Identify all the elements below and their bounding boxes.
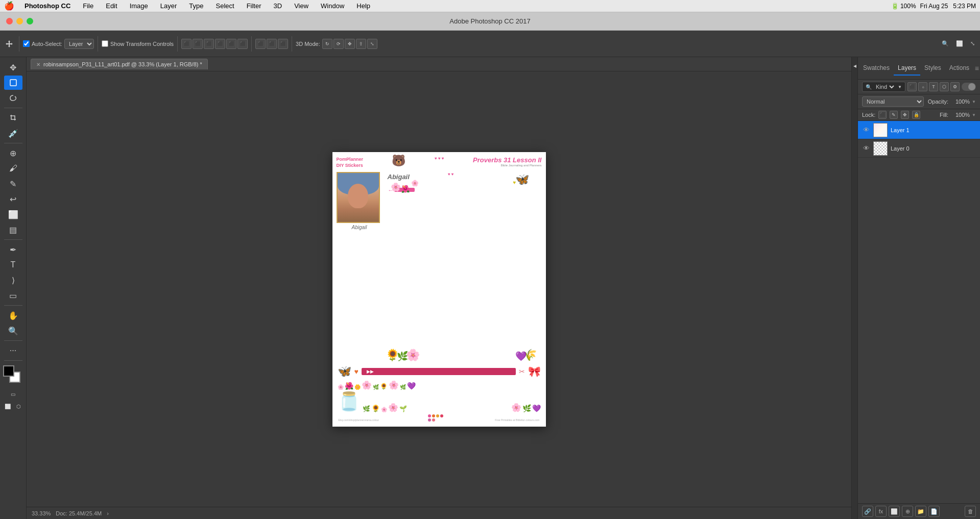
pen-tool[interactable]: ✒ xyxy=(4,242,22,257)
align-center-icon[interactable]: ⬛ xyxy=(193,39,203,49)
3d-scale-icon[interactable]: ⤡ xyxy=(367,39,377,49)
crop-tool[interactable] xyxy=(4,111,22,125)
path-tool[interactable]: ⟩ xyxy=(4,273,22,287)
close-button[interactable] xyxy=(6,18,13,24)
quick-mask-btn[interactable]: ▭ xyxy=(6,389,21,399)
eraser-tool[interactable]: ⬜ xyxy=(4,207,22,221)
panel-collapse-btn[interactable]: ◂ xyxy=(851,57,857,519)
auto-select-checkbox[interactable] xyxy=(23,40,30,47)
transform-controls-label[interactable]: Show Transform Controls xyxy=(102,40,174,47)
separator-3 xyxy=(177,36,178,52)
menu-app-name[interactable]: Photoshop CC xyxy=(22,2,73,10)
filter-pixel-icon[interactable]: ⬛ xyxy=(907,82,917,91)
apple-menu[interactable]: 🍎 xyxy=(4,1,14,11)
lock-artboards-icon[interactable]: 🔒 xyxy=(912,111,920,119)
brush-tool[interactable]: 🖌 xyxy=(4,161,22,176)
history-tool[interactable]: ↩ xyxy=(4,192,22,206)
healing-tool[interactable]: ⊕ xyxy=(4,146,22,160)
auto-select-type[interactable]: Layer xyxy=(64,39,94,49)
more-tools[interactable]: ··· xyxy=(4,343,22,358)
link-layers-btn[interactable]: 🔗 xyxy=(862,506,873,517)
layer-0-visibility[interactable]: 👁 xyxy=(862,144,870,152)
artboard-btn[interactable]: ⬡ xyxy=(14,401,24,411)
tab-actions[interactable]: Actions xyxy=(945,61,973,76)
foreground-color[interactable] xyxy=(3,365,14,377)
panel-more-btn[interactable]: ≡ xyxy=(975,64,979,72)
menu-select[interactable]: Select xyxy=(213,2,236,10)
align-left-icon[interactable]: ⬛ xyxy=(181,39,192,49)
screen-mode-btn[interactable]: ⬜ xyxy=(3,401,13,411)
blend-mode-select[interactable]: Normal xyxy=(862,96,924,107)
minimize-button[interactable] xyxy=(16,18,23,24)
menu-filter[interactable]: Filter xyxy=(245,2,264,10)
layers-search[interactable]: 🔍 Kind ▼ xyxy=(862,82,905,92)
distribute-h-icon[interactable]: ⬛ xyxy=(255,39,266,49)
add-mask-btn[interactable]: ⬜ xyxy=(889,506,900,517)
menu-type[interactable]: Type xyxy=(187,2,205,10)
menu-file[interactable]: File xyxy=(81,2,95,10)
distribute-eq-icon[interactable]: ⬛ xyxy=(278,39,288,49)
zoom-tool[interactable]: 🔍 xyxy=(4,324,22,338)
layer-item-0[interactable]: 👁 Layer 0 xyxy=(858,139,980,158)
filter-kind-select[interactable]: Kind xyxy=(874,83,896,90)
lock-position-icon[interactable]: ✎ xyxy=(890,111,898,119)
tall-flower-2: 🌸 xyxy=(406,349,420,362)
menu-window[interactable]: Window xyxy=(319,2,346,10)
3d-roll-icon[interactable]: ⟳ xyxy=(333,39,344,49)
3d-slide-icon[interactable]: ⇧ xyxy=(356,39,366,49)
eyedropper-tool[interactable]: 💉 xyxy=(4,126,22,140)
auto-select-label[interactable]: Auto-Select: xyxy=(23,40,62,47)
search-btn[interactable]: 🔍 xyxy=(940,39,951,48)
menu-3d[interactable]: 3D xyxy=(272,2,284,10)
delete-layer-btn[interactable]: 🗑 xyxy=(965,506,976,517)
separator-5 xyxy=(292,36,292,52)
gradient-tool[interactable]: ▤ xyxy=(4,223,22,237)
clone-tool[interactable]: ✎ xyxy=(4,177,22,191)
filter-smart-icon[interactable]: ⚙ xyxy=(950,82,960,91)
panel-expand-btn[interactable]: ⤡ xyxy=(968,39,977,48)
move-tool-btn[interactable] xyxy=(3,38,15,50)
filter-toggle[interactable] xyxy=(962,83,976,91)
tab-layers[interactable]: Layers xyxy=(894,61,920,76)
align-right-icon[interactable]: ⬛ xyxy=(204,39,214,49)
opacity-input[interactable] xyxy=(950,98,970,105)
lock-pixels-icon[interactable]: ⬛ xyxy=(878,111,887,119)
layer-1-visibility[interactable]: 👁 xyxy=(862,126,870,134)
maximize-button[interactable] xyxy=(27,18,33,24)
align-middle-icon[interactable]: ⬛ xyxy=(226,39,236,49)
align-top-icon[interactable]: ⬛ xyxy=(215,39,225,49)
add-adjustment-btn[interactable]: ⊕ xyxy=(902,506,913,517)
lock-all-icon[interactable]: ✥ xyxy=(901,111,909,119)
menu-image[interactable]: Image xyxy=(128,2,150,10)
transform-controls-checkbox[interactable] xyxy=(102,40,108,47)
type-tool[interactable]: T xyxy=(4,258,22,272)
menu-view[interactable]: View xyxy=(292,2,310,10)
3d-pan-icon[interactable]: ✥ xyxy=(345,39,355,49)
panel-toggle-btn[interactable]: ⬜ xyxy=(954,39,965,48)
layer-item-1[interactable]: 👁 Layer 1 xyxy=(858,121,980,139)
lasso-tool[interactable] xyxy=(4,91,22,105)
new-group-btn[interactable]: 📁 xyxy=(915,506,926,517)
distribute-v-icon[interactable]: ⬛ xyxy=(267,39,277,49)
selection-tool[interactable] xyxy=(4,76,22,90)
filter-shape-icon[interactable]: ⬡ xyxy=(940,82,949,91)
align-bottom-icon[interactable]: ⬛ xyxy=(237,39,248,49)
hand-tool[interactable]: ✋ xyxy=(4,308,22,323)
mason-jar: 🫙 xyxy=(338,391,361,412)
document-tab[interactable]: ✕ robinsampson_P31_L11_art01.pdf @ 33.3%… xyxy=(31,59,208,69)
tab-styles[interactable]: Styles xyxy=(920,61,945,76)
menu-help[interactable]: Help xyxy=(354,2,372,10)
menu-layer[interactable]: Layer xyxy=(158,2,179,10)
shape-tool[interactable]: ▭ xyxy=(4,288,22,303)
3d-rotate-icon[interactable]: ↻ xyxy=(322,39,332,49)
doc-tab-close-icon[interactable]: ✕ xyxy=(36,62,40,67)
new-layer-btn[interactable]: 📄 xyxy=(928,506,940,517)
filter-adjust-icon[interactable]: ⬦ xyxy=(918,82,927,91)
fill-input[interactable] xyxy=(950,112,970,118)
layer-fx-btn[interactable]: fx xyxy=(875,506,887,517)
menu-edit[interactable]: Edit xyxy=(104,2,119,10)
canvas-scroll[interactable]: PomPlanner DIY Stickers 🐻 ♥ ♥ ♥ Proverbs… xyxy=(27,71,851,507)
tab-swatches[interactable]: Swatches xyxy=(859,61,894,76)
filter-type-icon[interactable]: T xyxy=(929,82,938,91)
move-tool[interactable]: ✥ xyxy=(4,60,22,75)
